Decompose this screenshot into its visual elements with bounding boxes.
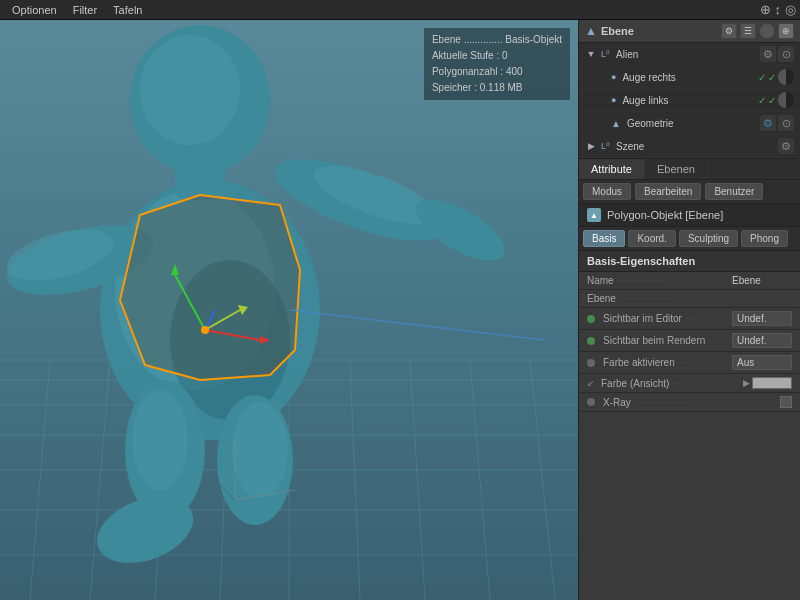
layer-check-ar-2: ✓ — [768, 72, 776, 83]
svg-line-14 — [470, 360, 490, 600]
svg-line-13 — [410, 360, 425, 600]
layer-name-auge-rechts: Auge rechts — [622, 72, 754, 83]
layer-header-icons: ⚙ ☰ ⊕ — [721, 23, 794, 39]
layer-panel-title: Ebene — [601, 25, 634, 37]
layer-row-geometrie[interactable]: ▲ Geometrie ⚙ ⊙ — [579, 112, 800, 135]
btn-modus[interactable]: Modus — [583, 183, 631, 200]
sub-tab-bar: Basis Koord. Sculpting Phong — [579, 227, 800, 251]
layer-panel: ▲ Ebene ⚙ ☰ ⊕ ▼ L⁰ Alien ⚙ ⊙ — [579, 20, 800, 159]
info-ebene-dots: .............. — [464, 34, 506, 45]
sub-tab-koord[interactable]: Koord. — [628, 230, 675, 247]
info-speicher: Speicher : 0.118 MB — [432, 80, 562, 96]
menu-right-icons: ⊕ ↕ ◎ — [760, 2, 797, 17]
prop-value-farbe-aktivieren[interactable]: Aus — [732, 355, 792, 370]
svg-line-12 — [350, 360, 360, 600]
layer-lo-badge: L⁰ — [601, 49, 610, 59]
layer-vis-geo-1[interactable]: ⚙ — [760, 115, 776, 131]
attr-toolbar: Modus Bearbeiten Benutzer — [579, 180, 800, 204]
info-ebene-value: Basis-Objekt — [505, 34, 562, 45]
info-speicher-value: 0.118 MB — [480, 82, 523, 93]
menu-icon-2[interactable]: ↕ — [775, 2, 782, 17]
layer-lo-badge-al: ● — [611, 95, 616, 105]
properties-list: Name ············· Ebene Ebene ·········… — [579, 272, 800, 412]
farbe-ansicht-value-arrow: ▶ — [743, 378, 750, 388]
layer-icon-btn-1[interactable]: ⚙ — [721, 23, 737, 39]
attr-panel: Attribute Ebenen Modus Bearbeiten Benutz… — [579, 159, 800, 600]
prop-value-sichtbar-render[interactable]: Undef. — [732, 333, 792, 348]
layer-expand-alien: ▼ — [585, 48, 597, 60]
svg-point-20 — [140, 35, 240, 145]
tab-attribute[interactable]: Attribute — [579, 159, 645, 179]
prop-label-xray: X-Ray ··············· — [587, 397, 780, 408]
xray-checkbox[interactable] — [780, 396, 792, 408]
prop-label-farbe-ansicht: ↙ Farbe (Ansicht) ··· — [587, 378, 741, 389]
menu-bar: Optionen Filter Tafeln ⊕ ↕ ◎ — [0, 0, 800, 20]
layer-icon-btn-3[interactable] — [759, 23, 775, 39]
layer-vis-geo-2[interactable]: ⊙ — [778, 115, 794, 131]
svg-point-39 — [201, 326, 209, 334]
tab-ebenen[interactable]: Ebenen — [645, 159, 708, 179]
sub-tab-basis[interactable]: Basis — [583, 230, 625, 247]
prop-row-farbe-aktivieren: Farbe aktivieren ··· Aus — [579, 352, 800, 374]
svg-line-43 — [290, 310, 545, 340]
menu-icon-1[interactable]: ⊕ — [760, 2, 771, 17]
layer-row-auge-rechts[interactable]: ● Auge rechts ✓ ✓ — [579, 66, 800, 89]
viewport-3d[interactable]: Ebene .............. Basis-Objekt Aktuel… — [0, 20, 578, 600]
prop-label-farbe-aktivieren: Farbe aktivieren ··· — [587, 357, 732, 368]
prop-label-name: Name ············· — [587, 275, 732, 286]
info-stufe: Aktuelle Stufe : 0 — [432, 48, 562, 64]
layer-vis-al: ✓ ✓ — [758, 92, 794, 108]
attr-tab-bar: Attribute Ebenen — [579, 159, 800, 180]
obj-icon: ▲ — [587, 208, 601, 222]
menu-tafeln[interactable]: Tafeln — [105, 4, 150, 16]
indicator-sichtbar-editor — [587, 315, 595, 323]
indicator-sichtbar-render — [587, 337, 595, 345]
character-svg — [0, 20, 578, 600]
layer-vis-ar: ✓ ✓ — [758, 69, 794, 85]
farbe-ansicht-arrow: ↙ — [587, 378, 595, 388]
prop-value-sichtbar-editor[interactable]: Undef. — [732, 311, 792, 326]
layer-expand-szene: ▶ — [585, 140, 597, 152]
prop-label-ebene: Ebene ··············· — [587, 293, 732, 304]
sub-tab-phong[interactable]: Phong — [741, 230, 788, 247]
obj-title: Polygon-Objekt [Ebene] — [607, 209, 723, 221]
layer-color-ar — [778, 69, 794, 85]
layer-name-alien: Alien — [616, 49, 756, 60]
prop-row-sichtbar-render: Sichtbar beim Rendern Undef. — [579, 330, 800, 352]
svg-point-31 — [232, 402, 288, 498]
layer-row-auge-links[interactable]: ● Auge links ✓ ✓ — [579, 89, 800, 112]
layer-check-ar-1: ✓ — [758, 72, 766, 83]
sub-tab-sculpting[interactable]: Sculpting — [679, 230, 738, 247]
menu-optionen[interactable]: Optionen — [4, 4, 65, 16]
prop-value-name: Ebene — [732, 275, 792, 286]
layer-icon-btn-4[interactable]: ⊕ — [778, 23, 794, 39]
prop-row-name: Name ············· Ebene — [579, 272, 800, 290]
prop-label-sichtbar-editor: Sichtbar im Editor ··· — [587, 313, 732, 324]
farbe-ansicht-swatch[interactable] — [752, 377, 792, 389]
layer-geo-icon: ▲ — [611, 118, 621, 129]
info-speicher-label: Speicher — [432, 82, 471, 93]
info-stufe-label: Aktuelle Stufe — [432, 50, 494, 61]
layer-vis-szene-1[interactable]: ⚙ — [778, 138, 794, 154]
btn-bearbeiten[interactable]: Bearbeiten — [635, 183, 701, 200]
menu-filter[interactable]: Filter — [65, 4, 105, 16]
menu-icon-3[interactable]: ◎ — [785, 2, 796, 17]
layer-name-geometrie: Geometrie — [627, 118, 756, 129]
obj-header: ▲ Polygon-Objekt [Ebene] — [579, 204, 800, 227]
indicator-farbe-aktivieren — [587, 359, 595, 367]
layer-panel-header: ▲ Ebene ⚙ ☰ ⊕ — [579, 20, 800, 43]
layer-row-szene[interactable]: ▶ L⁰ Szene ⚙ — [579, 135, 800, 158]
layer-panel-icon: ▲ — [585, 24, 597, 38]
layer-vis-icon-alien-2[interactable]: ⊙ — [778, 46, 794, 62]
section-basis: Basis-Eigenschaften — [579, 251, 800, 272]
layer-vis-icon-alien-1[interactable]: ⚙ — [760, 46, 776, 62]
info-poly: Polygonanzahl : 400 — [432, 64, 562, 80]
layer-row-alien[interactable]: ▼ L⁰ Alien ⚙ ⊙ — [579, 43, 800, 66]
info-poly-label: Polygonanzahl — [432, 66, 498, 77]
prop-label-sichtbar-render: Sichtbar beim Rendern — [587, 335, 732, 346]
layer-icon-btn-2[interactable]: ☰ — [740, 23, 756, 39]
layer-vis-szene: ⚙ — [778, 138, 794, 154]
svg-line-8 — [90, 360, 110, 600]
btn-benutzer[interactable]: Benutzer — [705, 183, 763, 200]
layer-name-szene: Szene — [616, 141, 774, 152]
